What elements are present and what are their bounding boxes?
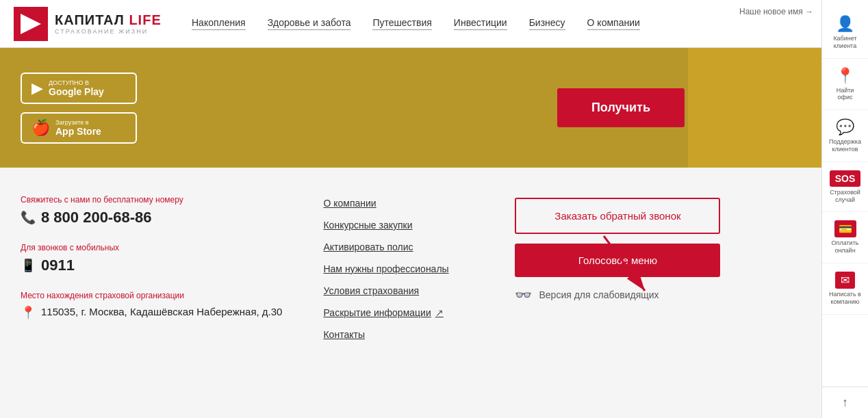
chat-icon: 💬 <box>836 118 854 136</box>
google-play-large-text: Google Play <box>49 86 104 97</box>
phone-group: Свяжитесь с нами по бесплатному номеру 📞… <box>21 195 282 226</box>
scroll-up-button[interactable]: ↑ <box>822 387 868 418</box>
app-store-small-text: Загрузите в <box>55 119 101 126</box>
app-store-badge[interactable]: 🍎 Загрузите в App Store <box>21 112 137 144</box>
nav-item-o-kompanii[interactable]: О компании <box>587 17 640 30</box>
main-content: Свяжитесь с нами по бесплатному номеру 📞… <box>0 168 821 367</box>
header: КАПИТАЛ LIFE СТРАХОВАНИЕ ЖИЗНИ Накоплени… <box>0 0 868 48</box>
sidebar-item-mail[interactable]: ✉ Написать вкомпанию <box>822 263 868 315</box>
phone-label: Свяжитесь с нами по бесплатному номеру <box>21 195 282 205</box>
sidebar-label-sos: Страховойслучай <box>830 189 860 204</box>
google-play-icon: ▶ <box>31 79 43 97</box>
callback-button[interactable]: Заказать обратный звонок <box>515 198 720 234</box>
actions-column: Заказать обратный звонок Голосовое меню … <box>515 195 720 340</box>
mobile-number: 📱 0911 <box>21 257 282 274</box>
mobile-label: Для звонков с мобильных <box>21 243 282 252</box>
sidebar-item-office[interactable]: 📍 Найтиофис <box>822 59 868 111</box>
up-arrow-icon: ↑ <box>842 395 848 410</box>
sidebar-label-pay: Оплатитьонлайн <box>832 239 859 254</box>
sidebar-label-mail: Написать вкомпанию <box>829 291 861 306</box>
google-play-small-text: ДОСТУПНО В <box>49 79 104 86</box>
footer-link-o-kompanii[interactable]: О компании <box>323 198 474 209</box>
nav-item-nakopleniya[interactable]: Накопления <box>192 17 246 30</box>
banner-gold-panel <box>688 48 821 168</box>
external-link-icon: ↗ <box>435 307 444 318</box>
right-sidebar: 👤 Кабинетклиента 📍 Найтиофис 💬 Поддержка… <box>821 0 868 418</box>
footer-link-raskrytie[interactable]: Раскрытие информации ↗ <box>323 307 474 318</box>
sidebar-item-pay[interactable]: 💳 Оплатитьонлайн <box>822 212 868 263</box>
address-group: Место нахождения страховой организации 📍… <box>21 291 282 322</box>
mobile-group: Для звонков с мобильных 📱 0911 <box>21 243 282 274</box>
user-icon: 👤 <box>836 15 854 33</box>
logo[interactable]: КАПИТАЛ LIFE СТРАХОВАНИЕ ЖИЗНИ <box>14 7 164 41</box>
footer-link-professionaly[interactable]: Нам нужны профессионалы <box>323 263 474 274</box>
voice-menu-button[interactable]: Голосовое меню <box>515 244 720 277</box>
logo-icon <box>14 7 48 41</box>
accessibility-toggle[interactable]: 👓 Версия для слабовидящих <box>515 287 720 303</box>
phone-number: 📞 8 800 200-68-86 <box>21 209 282 226</box>
sos-badge: SOS <box>830 170 861 187</box>
banner-app-badges: ▶ ДОСТУПНО В Google Play 🍎 Загрузите в A… <box>21 73 137 144</box>
nav-item-biznesu[interactable]: Бизнесу <box>529 17 565 30</box>
banner-section: ▶ ДОСТУПНО В Google Play 🍎 Загрузите в A… <box>0 48 821 168</box>
logo-title: КАПИТАЛ LIFE <box>55 12 162 28</box>
address: 📍 115035, г. Москва, Кадашёвская Набереж… <box>21 304 282 322</box>
nav-item-puteshestviya[interactable]: Путешествия <box>372 17 431 30</box>
footer-link-usloviya[interactable]: Условия страхования <box>323 285 474 296</box>
sidebar-item-support[interactable]: 💬 Поддержкаклиентов <box>822 110 868 162</box>
footer-links-column: О компании Конкурсные закупки Активирова… <box>323 195 474 340</box>
logo-subtitle: СТРАХОВАНИЕ ЖИЗНИ <box>55 28 162 35</box>
contact-column: Свяжитесь с нами по бесплатному номеру 📞… <box>21 195 282 340</box>
card-icon: 💳 <box>834 220 856 237</box>
get-button[interactable]: Получить <box>557 88 685 127</box>
glasses-icon: 👓 <box>515 287 532 303</box>
sidebar-label-cabinet: Кабинетклиента <box>833 35 856 50</box>
mail-icon: ✉ <box>835 272 855 289</box>
app-store-large-text: App Store <box>55 126 101 137</box>
apple-icon: 🍎 <box>31 119 50 137</box>
sidebar-item-sos[interactable]: SOS Страховойслучай <box>822 162 868 213</box>
banner-cta: Получить <box>557 48 685 168</box>
mobile-icon: 📱 <box>21 258 36 273</box>
header-top-link[interactable]: Наше новое имя → <box>739 7 813 16</box>
sidebar-label-office: Найтиофис <box>837 87 854 102</box>
footer-link-kontakty[interactable]: Контакты <box>323 329 474 340</box>
location-icon: 📍 <box>21 304 36 322</box>
nav-item-zdorovie[interactable]: Здоровье и забота <box>268 17 351 30</box>
main-nav: Накопления Здоровье и забота Путешествия… <box>192 17 854 30</box>
address-label: Место нахождения страховой организации <box>21 291 282 300</box>
phone-icon: 📞 <box>21 210 36 225</box>
footer-link-zakupki[interactable]: Конкурсные закупки <box>323 220 474 231</box>
google-play-badge[interactable]: ▶ ДОСТУПНО В Google Play <box>21 73 137 104</box>
footer-link-aktivirovat[interactable]: Активировать полис <box>323 241 474 252</box>
nav-item-investicii[interactable]: Инвестиции <box>454 17 507 30</box>
sidebar-item-cabinet[interactable]: 👤 Кабинетклиента <box>822 7 868 59</box>
location-sidebar-icon: 📍 <box>836 67 854 85</box>
sidebar-label-support: Поддержкаклиентов <box>829 138 861 153</box>
